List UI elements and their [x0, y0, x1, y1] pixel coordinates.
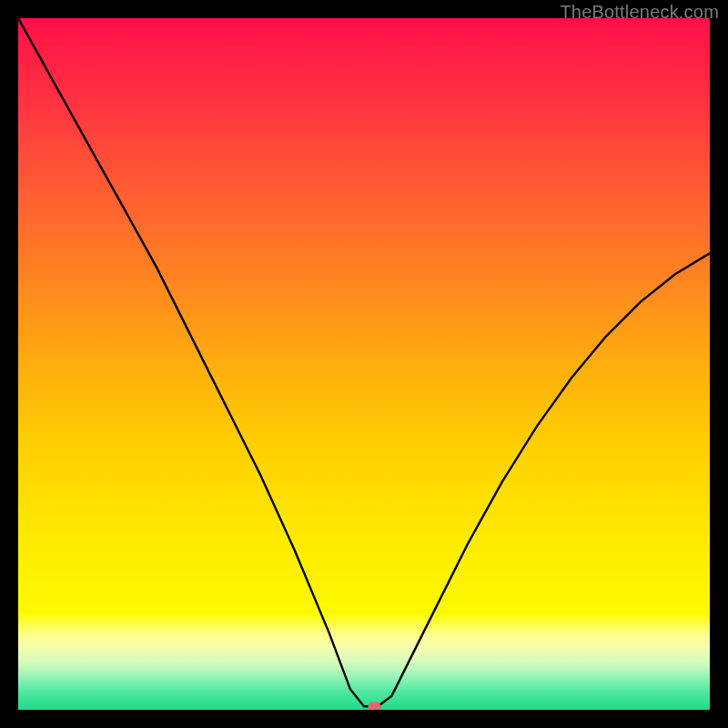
chart-frame: TheBottleneck.com: [0, 0, 728, 728]
plot-area: [18, 18, 710, 710]
watermark-text: TheBottleneck.com: [560, 2, 719, 23]
chart-svg: [18, 18, 710, 710]
optimal-marker: [368, 702, 380, 710]
gradient-background: [18, 18, 710, 710]
